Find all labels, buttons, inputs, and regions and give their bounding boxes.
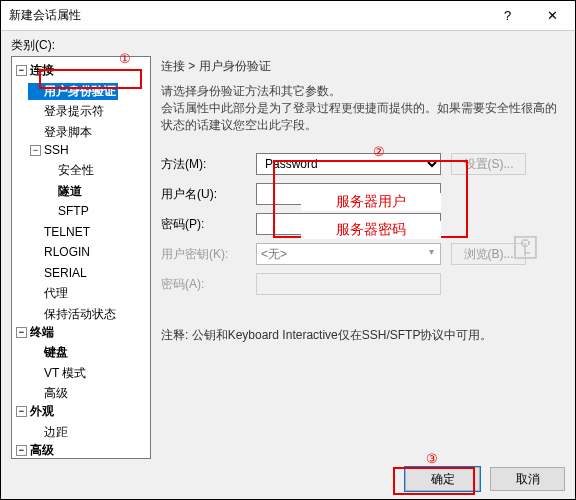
tree-login-prompt[interactable]: 登录提示符 — [28, 103, 106, 120]
collapse-icon[interactable]: − — [16, 445, 27, 456]
tree-sftp[interactable]: SFTP — [42, 203, 91, 220]
tree-rlogin[interactable]: RLOGIN — [28, 244, 92, 261]
tree-serial[interactable]: SERIAL — [28, 265, 89, 282]
titlebar: 新建会话属性 ? ✕ — [1, 1, 575, 31]
description: 请选择身份验证方法和其它参数。 会话属性中此部分是为了登录过程更便捷而提供的。如… — [161, 83, 565, 134]
cancel-button[interactable]: 取消 — [490, 467, 565, 491]
username-input[interactable] — [256, 183, 441, 205]
password-label: 密码(P): — [161, 216, 256, 233]
tree-connection[interactable]: −连接 — [14, 62, 56, 79]
breadcrumb: 连接 > 用户身份验证 — [161, 58, 565, 75]
tree-advanced[interactable]: −高级 — [14, 442, 56, 459]
close-button[interactable]: ✕ — [530, 1, 575, 31]
username-label: 用户名(U): — [161, 186, 256, 203]
tree-margin[interactable]: 边距 — [28, 424, 70, 441]
tree-tunnel[interactable]: 隧道 — [42, 183, 84, 200]
collapse-icon[interactable]: − — [16, 65, 27, 76]
method-label: 方法(M): — [161, 156, 256, 173]
tree-advanced-term[interactable]: 高级 — [28, 385, 70, 402]
tree-proxy[interactable]: 代理 — [28, 285, 70, 302]
passphrase-input — [256, 273, 441, 295]
category-label: 类别(C): — [11, 37, 565, 54]
settings-panel: 连接 > 用户身份验证 请选择身份验证方法和其它参数。 会话属性中此部分是为了登… — [161, 56, 565, 459]
collapse-icon[interactable]: − — [16, 327, 27, 338]
category-tree[interactable]: −连接 用户身份验证 登录提示符 登录脚本 −SSH 安全性 隧道 SFTP — [11, 56, 151, 459]
ok-button[interactable]: 确定 — [405, 467, 480, 491]
tree-keepalive[interactable]: 保持活动状态 — [28, 306, 118, 323]
tree-appearance[interactable]: −外观 — [14, 403, 56, 420]
tree-vt-mode[interactable]: VT 模式 — [28, 365, 88, 382]
setup-button: 设置(S)... — [451, 153, 526, 175]
tree-terminal[interactable]: −终端 — [14, 324, 56, 341]
method-select[interactable]: Password — [256, 153, 441, 175]
userkey-label: 用户密钥(K): — [161, 246, 256, 263]
tree-keyboard[interactable]: 键盘 — [28, 344, 70, 361]
dialog-footer: 确定 取消 — [11, 459, 565, 491]
tree-security[interactable]: 安全性 — [42, 162, 96, 179]
passphrase-label: 密码(A): — [161, 276, 256, 293]
note-text: 注释: 公钥和Keyboard Interactive仅在SSH/SFTP协议中… — [161, 327, 565, 344]
password-input[interactable] — [256, 213, 441, 235]
userkey-select: <无> — [256, 243, 441, 265]
tree-telnet[interactable]: TELNET — [28, 224, 92, 241]
dialog-window: 新建会话属性 ? ✕ 类别(C): −连接 用户身份验证 登录提示符 登录脚本 — [0, 0, 576, 500]
window-controls: ? ✕ — [485, 1, 575, 31]
key-icon: ⚿ — [512, 231, 540, 264]
tree-login-script[interactable]: 登录脚本 — [28, 124, 94, 141]
window-title: 新建会话属性 — [9, 7, 81, 24]
collapse-icon[interactable]: − — [16, 406, 27, 417]
help-button[interactable]: ? — [485, 1, 530, 31]
collapse-icon[interactable]: − — [30, 145, 41, 156]
tree-user-auth[interactable]: 用户身份验证 — [28, 83, 118, 100]
tree-ssh[interactable]: −SSH — [28, 142, 71, 159]
